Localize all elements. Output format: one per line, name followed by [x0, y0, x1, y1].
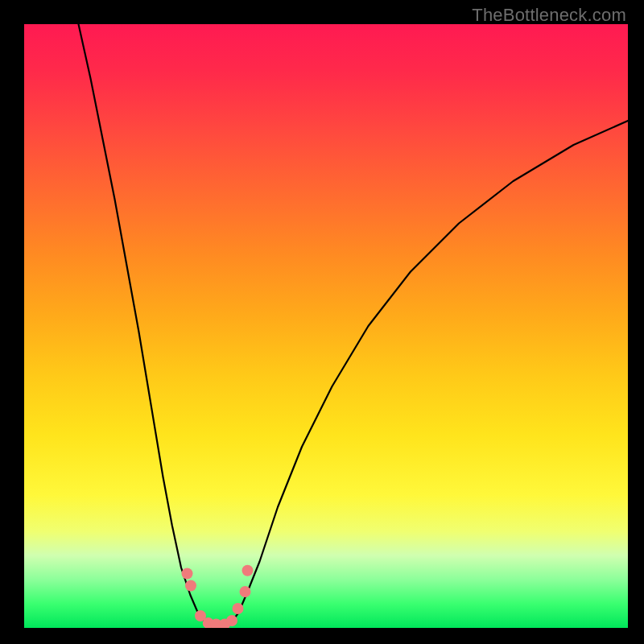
plot-area	[24, 24, 628, 628]
watermark-text: TheBottleneck.com	[472, 5, 626, 26]
data-marker	[240, 586, 251, 597]
data-marker	[242, 565, 254, 576]
data-marker	[233, 603, 244, 614]
chart-frame: TheBottleneck.com	[0, 0, 644, 644]
curve-layer	[24, 24, 628, 628]
data-marker	[226, 615, 237, 626]
data-marker	[182, 568, 193, 580]
bottleneck-curve	[79, 24, 629, 625]
data-marker	[185, 580, 196, 592]
